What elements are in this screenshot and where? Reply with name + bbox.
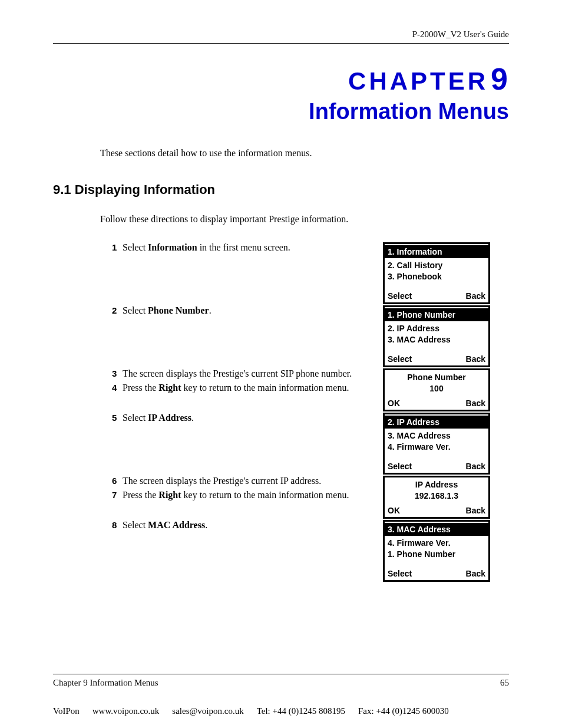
screen-title: Phone Number [388, 372, 485, 383]
footer-page-number: 65 [500, 678, 509, 688]
phone-screen-phone-number: Phone Number 100 OK Back [383, 368, 490, 411]
screen-selected-item: 1. Information [385, 244, 488, 258]
step-5: 5 Select IP Address. [112, 413, 377, 423]
step-4: 4 Press the Right key to return to the m… [112, 383, 377, 393]
chapter-title: Information Menus [53, 99, 509, 124]
step-text: Press the Right key to return to the mai… [123, 383, 349, 393]
step-text: Select Information in the first menu scr… [123, 242, 290, 253]
step-text: Select Phone Number. [123, 305, 211, 316]
steps-container: 1 Select Information in the first menu s… [112, 242, 509, 583]
colophon-fax: Fax: +44 (0)1245 600030 [358, 706, 449, 716]
softkey-right: Back [466, 398, 485, 408]
step-number: 7 [112, 490, 123, 500]
softkey-right: Back [466, 354, 485, 364]
phone-screen-mac-address-menu: 3. MAC Address 4. Firmware Ver. 1. Phone… [383, 520, 490, 582]
chapter-intro-text: These sections detail how to use the inf… [100, 148, 509, 159]
phone-screen-phone-number-menu: 1. Phone Number 2. IP Address 3. MAC Add… [383, 305, 490, 367]
softkey-left: Select [388, 462, 412, 471]
screen-value: 100 [388, 383, 485, 394]
softkey-right: Back [466, 506, 485, 515]
step-6: 6 The screen displays the Prestige's cur… [112, 476, 377, 486]
softkey-right: Back [466, 462, 485, 471]
screen-item: 2. Call History [388, 260, 485, 271]
step-number: 3 [112, 368, 123, 378]
step-7: 7 Press the Right key to return to the m… [112, 490, 377, 500]
step-2: 2 Select Phone Number. [112, 305, 377, 316]
chapter-heading: CHAPTER 9 Information Menus [53, 61, 509, 124]
step-1: 1 Select Information in the first menu s… [112, 242, 377, 253]
softkey-left: Select [388, 291, 412, 301]
step-8: 8 Select MAC Address. [112, 520, 377, 531]
screen-item: 3. Phonebook [388, 271, 485, 282]
step-3: 3 The screen displays the Prestige's cur… [112, 368, 377, 379]
step-text: The screen displays the Prestige's curre… [123, 368, 352, 379]
step-number: 4 [112, 383, 123, 393]
screen-selected-item: 1. Phone Number [385, 307, 488, 321]
colophon-tel: Tel: +44 (0)1245 808195 [257, 706, 345, 716]
page-footer: Chapter 9 Information Menus 65 [53, 674, 509, 688]
step-number: 5 [112, 413, 123, 423]
screen-item: 4. Firmware Ver. [388, 442, 485, 453]
colophon-brand: VoIPon [53, 706, 80, 716]
screen-selected-item: 3. MAC Address [385, 522, 488, 536]
screen-selected-item: 2. IP Address [385, 414, 488, 429]
step-number: 6 [112, 476, 123, 486]
screen-title: IP Address [388, 479, 485, 490]
chapter-number: 9 [491, 62, 509, 96]
section-intro-text: Follow these directions to display impor… [100, 214, 509, 225]
softkey-left: OK [388, 398, 400, 408]
screen-item: 3. MAC Address [388, 430, 485, 442]
step-text: Select MAC Address. [123, 520, 207, 531]
running-header: P-2000W_V2 User's Guide [53, 29, 509, 44]
step-text: Select IP Address. [123, 413, 194, 423]
step-text: The screen displays the Prestige's curre… [123, 476, 321, 486]
phone-screen-information-menu: 1. Information 2. Call History 3. Phoneb… [383, 242, 490, 304]
softkey-right: Back [466, 291, 485, 301]
softkey-left: Select [388, 569, 412, 578]
screen-value: 192.168.1.3 [388, 490, 485, 502]
step-number: 2 [112, 305, 123, 315]
softkey-right: Back [466, 569, 485, 578]
colophon-web: www.voipon.co.uk [92, 706, 160, 716]
step-number: 8 [112, 520, 123, 530]
phone-screen-ip-address: IP Address 192.168.1.3 OK Back [383, 476, 490, 519]
screen-item: 1. Phone Number [388, 549, 485, 560]
step-text: Press the Right key to return to the mai… [123, 490, 349, 500]
colophon: VoIPon www.voipon.co.uk sales@voipon.co.… [53, 706, 509, 716]
section-heading: 9.1 Displaying Information [53, 182, 509, 197]
chapter-label: CHAPTER [348, 67, 488, 95]
screen-item: 3. MAC Address [388, 334, 485, 345]
step-number: 1 [112, 242, 123, 252]
screen-item: 2. IP Address [388, 323, 485, 334]
screen-item: 4. Firmware Ver. [388, 538, 485, 549]
colophon-email: sales@voipon.co.uk [172, 706, 243, 716]
softkey-left: OK [388, 506, 400, 515]
phone-screen-ip-address-menu: 2. IP Address 3. MAC Address 4. Firmware… [383, 413, 490, 475]
footer-chapter: Chapter 9 Information Menus [53, 678, 158, 688]
softkey-left: Select [388, 354, 412, 364]
